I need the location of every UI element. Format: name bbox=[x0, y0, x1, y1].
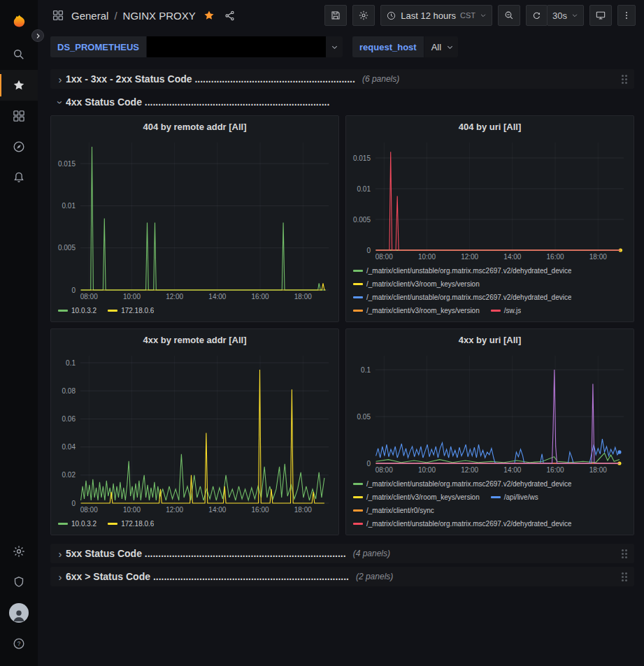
legend-swatch bbox=[108, 523, 117, 525]
svg-text:0: 0 bbox=[71, 500, 76, 507]
row-title: 1xx - 3xx - 2xx Status Code ............… bbox=[66, 73, 355, 85]
sidebar-expand-button[interactable] bbox=[31, 29, 44, 42]
drag-handle-icon[interactable] bbox=[619, 548, 630, 559]
row-5xx[interactable]: › 5xx Status Code ......................… bbox=[50, 544, 634, 563]
legend-swatch bbox=[353, 270, 363, 272]
row-1xx-3xx-2xx[interactable]: › 1xx - 3xx - 2xx Status Code ..........… bbox=[50, 69, 634, 89]
timeseries-chart[interactable]: 08:0010:0012:0014:0016:0018:0000.020.040… bbox=[51, 350, 338, 516]
svg-text:10:00: 10:00 bbox=[123, 506, 141, 514]
legend-series-name: /_matrix/client/unstable/org.matrix.msc2… bbox=[366, 265, 571, 277]
request-host-value-dropdown[interactable]: All bbox=[424, 36, 458, 57]
dashboard-variables-bar: DS_PROMETHEUS request_host All bbox=[38, 31, 644, 64]
svg-text:16:00: 16:00 bbox=[547, 253, 564, 261]
svg-text:12:00: 12:00 bbox=[166, 506, 183, 514]
legend-item[interactable]: /_matrix/client/unstable/org.matrix.msc2… bbox=[353, 478, 571, 490]
svg-text:0.1: 0.1 bbox=[361, 366, 371, 374]
breadcrumb: General / NGINX PROXY bbox=[50, 8, 237, 23]
refresh-interval-picker[interactable]: 30s bbox=[547, 5, 584, 26]
svg-text:0.05: 0.05 bbox=[357, 413, 371, 421]
svg-text:16:00: 16:00 bbox=[547, 466, 564, 474]
star-filled-icon bbox=[204, 10, 213, 19]
panel-4xx-by-uri: 4xx by uri [All] 08:0010:0012:0014:0016:… bbox=[345, 328, 634, 535]
legend-item[interactable]: 172.18.0.6 bbox=[108, 305, 154, 317]
legend-swatch bbox=[58, 310, 68, 312]
timeseries-chart[interactable]: 08:0010:0012:0014:0016:0018:0000.0050.01… bbox=[51, 137, 338, 303]
chart-legend: 10.0.3.2172.18.0.6 bbox=[51, 303, 338, 321]
timeseries-chart[interactable]: 08:0010:0012:0014:0016:0018:0000.050.1 bbox=[346, 350, 634, 476]
zoom-out-button[interactable] bbox=[498, 5, 520, 26]
svg-text:0.02: 0.02 bbox=[62, 471, 76, 479]
variable-request-host: request_host All bbox=[352, 36, 458, 57]
legend-swatch bbox=[353, 509, 363, 512]
row-4xx[interactable]: › 4xx Status Code ......................… bbox=[50, 92, 634, 112]
svg-text:0: 0 bbox=[366, 247, 371, 254]
legend-item[interactable]: 10.0.3.2 bbox=[58, 305, 96, 317]
svg-text:0.01: 0.01 bbox=[357, 185, 371, 193]
drag-handle-icon[interactable] bbox=[619, 73, 630, 85]
sidebar: ? bbox=[0, 0, 38, 666]
breadcrumb-separator: / bbox=[114, 10, 117, 22]
legend-series-name: /_matrix/client/unstable/org.matrix.msc2… bbox=[366, 291, 571, 303]
sidebar-item-server-admin[interactable] bbox=[0, 567, 38, 598]
sidebar-item-alerting[interactable] bbox=[0, 162, 38, 193]
share-button[interactable] bbox=[222, 8, 237, 23]
sidebar-item-explore[interactable] bbox=[0, 131, 38, 162]
legend-item[interactable]: /_matrix/client/v3/room_keys/version bbox=[353, 491, 480, 503]
grafana-flame-icon bbox=[10, 13, 29, 32]
legend-item[interactable]: /sw.js bbox=[491, 305, 521, 317]
panel-title[interactable]: 4xx by remote addr [All] bbox=[51, 329, 338, 350]
kebab-menu-button[interactable] bbox=[617, 5, 636, 26]
sidebar-item-help[interactable]: ? bbox=[0, 628, 38, 659]
panel-title[interactable]: 404 by remote addr [All] bbox=[51, 116, 338, 137]
svg-text:0.04: 0.04 bbox=[62, 443, 76, 451]
svg-text:08:00: 08:00 bbox=[375, 466, 393, 474]
legend-item[interactable]: /_matrix/client/unstable/org.matrix.msc2… bbox=[353, 518, 571, 530]
chevron-down-icon bbox=[480, 12, 487, 19]
panel-title[interactable]: 4xx by uri [All] bbox=[346, 329, 634, 350]
chart-legend: /_matrix/client/unstable/org.matrix.msc2… bbox=[346, 263, 634, 321]
sidebar-item-configuration[interactable] bbox=[0, 536, 38, 567]
refresh-group: 30s bbox=[526, 5, 584, 26]
svg-text:0.005: 0.005 bbox=[353, 216, 371, 224]
share-icon bbox=[224, 10, 236, 22]
chevron-down-icon bbox=[326, 36, 343, 57]
panel-title[interactable]: 404 by uri [All] bbox=[346, 116, 634, 137]
legend-item[interactable]: /_matrix/client/v3/room_keys/version bbox=[353, 305, 480, 317]
compass-icon bbox=[12, 140, 26, 154]
svg-text:16:00: 16:00 bbox=[252, 293, 269, 301]
chart-legend: 10.0.3.2172.18.0.6 bbox=[51, 516, 338, 535]
svg-text:08:00: 08:00 bbox=[80, 506, 98, 514]
save-dashboard-button[interactable] bbox=[324, 5, 347, 26]
row-6xx[interactable]: › 6xx > Status Code ....................… bbox=[50, 567, 634, 586]
shield-icon bbox=[12, 575, 26, 589]
sidebar-item-profile[interactable] bbox=[0, 598, 38, 628]
time-range-picker[interactable]: Last 12 hours CST bbox=[380, 5, 492, 26]
clock-icon bbox=[386, 10, 396, 21]
breadcrumb-section[interactable]: General bbox=[71, 10, 108, 22]
variable-label-request-host[interactable]: request_host bbox=[352, 36, 424, 57]
tv-mode-button[interactable] bbox=[589, 5, 612, 26]
time-zone-label: CST bbox=[460, 11, 475, 20]
breadcrumb-dashboard-title[interactable]: NGINX PROXY bbox=[123, 10, 196, 22]
sidebar-item-search[interactable] bbox=[0, 39, 38, 70]
legend-item[interactable]: 172.18.0.6 bbox=[108, 518, 154, 530]
legend-item[interactable]: 10.0.3.2 bbox=[58, 518, 96, 530]
dashboard-settings-button[interactable] bbox=[352, 5, 375, 26]
legend-item[interactable]: /_matrix/client/unstable/org.matrix.msc2… bbox=[353, 291, 571, 303]
sidebar-item-starred[interactable] bbox=[0, 70, 38, 101]
favorite-star-button[interactable] bbox=[201, 8, 217, 23]
legend-item[interactable]: /_matrix/client/v3/room_keys/version bbox=[353, 278, 480, 290]
refresh-interval-label: 30s bbox=[552, 10, 567, 21]
legend-item[interactable]: /_matrix/client/unstable/org.matrix.msc2… bbox=[353, 265, 571, 277]
svg-text:0.1: 0.1 bbox=[66, 359, 76, 367]
variable-label-ds-prometheus[interactable]: DS_PROMETHEUS bbox=[50, 36, 146, 57]
drag-handle-icon[interactable] bbox=[619, 571, 630, 582]
legend-item[interactable]: /_matrix/client/r0/sync bbox=[353, 505, 434, 516]
timeseries-chart[interactable]: 08:0010:0012:0014:0016:0018:0000.0050.01… bbox=[346, 137, 634, 263]
legend-series-name: /_matrix/client/r0/sync bbox=[366, 505, 434, 516]
dashboard-squares-icon bbox=[50, 8, 66, 23]
sidebar-item-dashboards[interactable] bbox=[0, 101, 38, 131]
legend-item[interactable]: /api/live/ws bbox=[491, 491, 538, 503]
refresh-button[interactable] bbox=[526, 5, 548, 26]
datasource-value-dropdown[interactable] bbox=[147, 36, 343, 57]
